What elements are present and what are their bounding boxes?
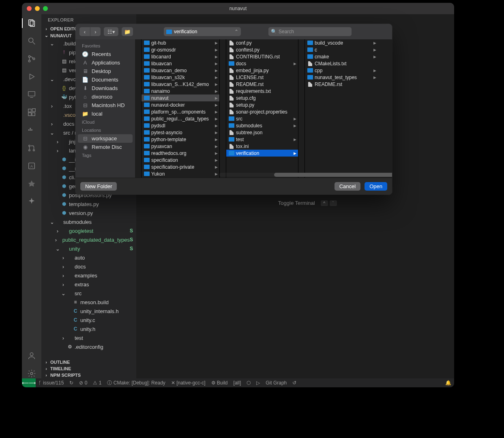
tree-node[interactable]: ›googletestS [41, 226, 136, 235]
search-icon[interactable] [27, 36, 36, 46]
tree-node[interactable]: Cunity.h [41, 324, 136, 333]
finder-row[interactable]: build_vscode▶ [305, 39, 378, 46]
finder-row[interactable]: git-hub▶ [142, 39, 219, 46]
finder-sidebar-item[interactable]: 📄Documents [75, 75, 135, 84]
finder-row[interactable]: cmake▶ [305, 53, 378, 60]
run-item[interactable]: ▷ [253, 380, 263, 386]
tree-node[interactable]: ›auto [41, 253, 136, 262]
finder-row[interactable]: nanaimo▶ [142, 88, 219, 94]
project-icon[interactable]: A [27, 161, 36, 171]
tree-node[interactable]: ⚙.editorconfig [41, 342, 136, 351]
back-button[interactable]: ‹ [79, 27, 90, 36]
finder-row[interactable]: submodules▶ [226, 122, 298, 129]
history-item[interactable]: ↺ [290, 380, 299, 386]
tree-node[interactable]: ⬢templates.py [41, 200, 136, 208]
finder-row[interactable]: nunavut_test_types▶ [305, 74, 378, 81]
timeline-section[interactable]: ›TIMELINE [41, 365, 136, 372]
finder-row[interactable]: libuavcan▶ [142, 60, 219, 67]
cmake-item[interactable]: ⓘ CMake: [Debug]: Ready [104, 380, 168, 386]
finder-row[interactable]: libuavcan_demo▶ [142, 67, 219, 74]
tree-node[interactable]: ⌄src [41, 289, 136, 298]
finder-row[interactable]: README.rst [226, 81, 298, 88]
explorer-icon[interactable] [27, 18, 36, 28]
remote-explorer-icon[interactable] [27, 90, 36, 99]
finder-sidebar-item[interactable]: 🕘Recents [75, 50, 135, 58]
finder-row[interactable]: setup.cfg [226, 94, 298, 101]
bell-icon[interactable]: 🔔 [442, 380, 454, 386]
tree-node[interactable]: ⬢version.py [41, 208, 136, 217]
tree-node[interactable]: Cunity.c [41, 316, 136, 324]
github-pr-icon[interactable] [27, 143, 36, 153]
finder-row[interactable]: pyuavcan▶ [142, 143, 219, 150]
finder-row[interactable]: CMakeLists.txt [305, 60, 378, 67]
source-control-icon[interactable] [27, 54, 36, 64]
finder-row[interactable]: libuavcan_S…K142_demo▶ [142, 81, 219, 88]
finder-row[interactable]: c▶ [305, 46, 378, 53]
finder-row[interactable]: test▶ [226, 136, 298, 143]
finder-row[interactable]: libuavcan_s32k▶ [142, 74, 219, 81]
forward-button[interactable]: › [90, 27, 101, 36]
group-button[interactable]: 📁 [122, 27, 133, 36]
finder-row[interactable]: docs▶ [226, 60, 298, 67]
finder-row[interactable]: conftest.py [226, 46, 298, 53]
finder-row[interactable]: pytest-asyncio▶ [142, 129, 219, 136]
sparkle-icon[interactable] [27, 197, 36, 206]
tree-node[interactable]: Cunity_internals.h [41, 307, 136, 316]
accounts-icon[interactable] [27, 351, 36, 361]
finder-row[interactable]: python-template▶ [142, 136, 219, 143]
tree-node[interactable]: ⌄unityS [41, 244, 136, 253]
target-item[interactable]: [all] [231, 380, 244, 386]
finder-row[interactable]: verification▶ [226, 150, 298, 157]
finder-row[interactable]: nunavut-docker▶ [142, 101, 219, 108]
finder-row[interactable]: CONTRIBUTING.rst [226, 53, 298, 60]
sync-item[interactable]: ↻ [66, 380, 76, 386]
docker-icon[interactable] [27, 125, 36, 135]
finder-row[interactable]: nunavut▶ [142, 94, 219, 101]
errors-item[interactable]: ⊘ 0 [76, 380, 90, 386]
finder-row[interactable]: pydsdl▶ [142, 122, 219, 129]
finder-sidebar-item[interactable]: ⌂dixonsco [75, 92, 135, 101]
build-item[interactable]: ⚙ Build [208, 380, 231, 386]
tree-node[interactable]: ›extras [41, 280, 136, 289]
debug-launch-item[interactable]: ⬡ [244, 380, 253, 386]
horizontal-scrollbar[interactable] [219, 173, 389, 177]
tree-node[interactable]: ›examples [41, 271, 136, 280]
finder-row[interactable]: libcanard▶ [142, 53, 219, 60]
finder-row[interactable]: subtree.json [226, 129, 298, 136]
finder-sidebar-item[interactable]: ⬇Downloads [75, 84, 135, 92]
finder-row[interactable]: tox.ini [226, 143, 298, 150]
finder-row[interactable]: requirements.txt [226, 88, 298, 94]
finder-sidebar-item[interactable]: ◉Remote Disc [75, 143, 135, 151]
branch-item[interactable]: ᚶ issue/115 [36, 380, 66, 386]
tree-node[interactable]: ›docs [41, 262, 136, 271]
finder-row[interactable]: specification-private▶ [142, 163, 219, 170]
npm-scripts-section[interactable]: ›NPM SCRIPTS [41, 372, 136, 378]
finder-row[interactable]: README.rst [305, 81, 378, 88]
search-field[interactable]: 🔍 Search [268, 27, 352, 36]
finder-row[interactable]: platform_sp…omponents▶ [142, 108, 219, 115]
path-selector[interactable]: verification ⌃ [164, 27, 241, 36]
view-mode-button[interactable]: ☷▾ [104, 27, 118, 36]
remote-indicator[interactable]: ⟵⟶ [22, 378, 36, 387]
tree-node[interactable]: ≡meson.build [41, 298, 136, 307]
finder-row[interactable]: Yukon▶ [142, 170, 219, 177]
finder-row[interactable]: specification▶ [142, 157, 219, 163]
finder-row[interactable]: cpp▶ [305, 67, 378, 74]
finder-row[interactable]: readthedocs.org▶ [142, 150, 219, 157]
tree-node[interactable]: ⌄submodules [41, 217, 136, 226]
finder-row[interactable]: sonar-project.properties [226, 108, 298, 115]
tree-node[interactable]: ›public_regulated_data_typesS [41, 235, 136, 244]
settings-gear-icon[interactable] [27, 369, 36, 378]
finder-sidebar-item[interactable]: AApplications [75, 58, 135, 67]
finder-sidebar-item[interactable]: ⊟workspace [78, 134, 133, 143]
finder-row[interactable]: gr-osmosdr▶ [142, 46, 219, 53]
open-button[interactable]: Open [365, 182, 387, 191]
finder-row[interactable]: conf.py [226, 39, 298, 46]
finder-sidebar-item[interactable]: ⊟Macintosh HD [75, 101, 135, 110]
outline-section[interactable]: ›OUTLINE [41, 359, 136, 365]
finder-row[interactable]: public_regul…_data_types▶ [142, 115, 219, 122]
run-debug-icon[interactable] [27, 72, 36, 82]
kit-item[interactable]: ✕ [native-gcc-c] [168, 380, 208, 386]
new-folder-button[interactable]: New Folder [80, 182, 117, 191]
finder-row[interactable]: embed_jinja.py [226, 67, 298, 74]
